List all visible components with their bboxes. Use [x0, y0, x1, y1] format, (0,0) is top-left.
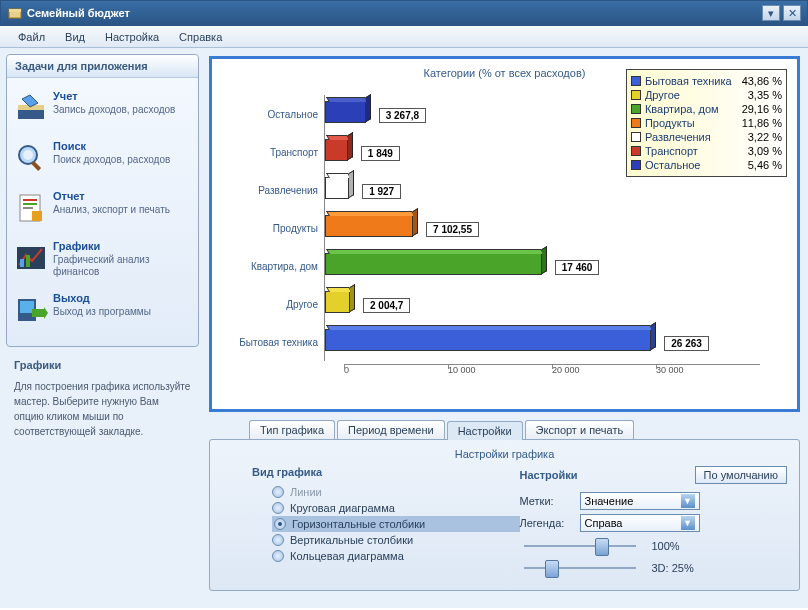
sidebar-item-poisk[interactable]: ПоискПоиск доходов, расходов: [11, 136, 194, 186]
exit-icon: [13, 292, 49, 328]
svg-rect-9: [23, 203, 37, 205]
slider-value: 100%: [652, 540, 680, 552]
x-tick: 10 000: [448, 365, 552, 384]
tab-settings[interactable]: Настройки: [447, 421, 523, 440]
radio-pie[interactable]: Круговая диаграмма: [272, 500, 520, 516]
sidebar-item-label: Учет: [53, 90, 175, 102]
legend-row: Бытовая техника43,86 %: [631, 74, 782, 88]
sidebar-item-desc: Запись доходов, расходов: [53, 104, 175, 116]
label-legend: Легенда:: [520, 517, 580, 529]
radio-vbar[interactable]: Вертикальные столбики: [272, 532, 520, 548]
radio-lines[interactable]: Линии: [272, 484, 520, 500]
svg-rect-6: [31, 161, 41, 171]
bar-value: 1 927: [362, 184, 401, 199]
radio-hbar[interactable]: Горизонтальные столбики: [272, 516, 520, 532]
sidebar-item-label: Графики: [53, 240, 192, 252]
bar-label: Остальное: [232, 109, 324, 120]
label-metki: Метки:: [520, 495, 580, 507]
main-area: Категории (% от всех расходов) Бытовая т…: [205, 48, 808, 608]
default-button[interactable]: По умолчанию: [695, 466, 787, 484]
titlebar: Семейный бюджет ▾ ✕: [0, 0, 808, 26]
chart-plot: Остальное3 267,8 Транспорт1 849 Развлече…: [232, 95, 772, 390]
bar-value: 1 849: [361, 146, 400, 161]
sidebar-item-label: Поиск: [53, 140, 170, 152]
bar-label: Транспорт: [232, 147, 324, 158]
bar-label: Развлечения: [232, 185, 324, 196]
menu-settings[interactable]: Настройка: [95, 28, 169, 46]
tasks-panel: Задачи для приложения УчетЗапись доходов…: [6, 54, 199, 347]
svg-rect-1: [9, 9, 21, 12]
sidebar-item-desc: Поиск доходов, расходов: [53, 154, 170, 166]
search-icon: [13, 140, 49, 176]
bar-value: 7 102,55: [426, 222, 479, 237]
bar-label: Другое: [232, 299, 324, 310]
sidebar-item-label: Выход: [53, 292, 151, 304]
sidebar-item-otchet[interactable]: ОтчетАнализ, экспорт и печать: [11, 186, 194, 236]
slider-value: 3D: 25%: [652, 562, 694, 574]
menu-file[interactable]: Файл: [8, 28, 55, 46]
bar-label: Квартира, дом: [232, 261, 324, 272]
combo-labels[interactable]: Значение▼: [580, 492, 700, 510]
x-tick: 0: [344, 365, 448, 384]
bar-value: 2 004,7: [363, 298, 410, 313]
report-icon: [13, 190, 49, 226]
chart-card: Категории (% от всех расходов) Бытовая т…: [209, 56, 800, 412]
window-title: Семейный бюджет: [23, 7, 759, 19]
sidebar-item-vykhod[interactable]: ВыходВыход из программы: [11, 288, 194, 338]
bar-label: Бытовая техника: [232, 337, 324, 348]
chevron-down-icon: ▼: [681, 494, 695, 508]
slider-3d[interactable]: [520, 560, 640, 576]
svg-rect-8: [23, 199, 37, 201]
menubar: Файл Вид Настройка Справка: [0, 26, 808, 48]
tabstrip: Тип графика Период времени Настройки Экс…: [249, 420, 800, 439]
sidebar-item-label: Отчет: [53, 190, 170, 202]
settings-area: Тип графика Период времени Настройки Экс…: [209, 420, 800, 591]
sidebar-item-desc: Выход из программы: [53, 306, 151, 318]
svg-rect-10: [23, 207, 33, 209]
sidebar-item-grafiki[interactable]: ГрафикиГрафический анализ финансов: [11, 236, 194, 288]
slider-scale[interactable]: [520, 538, 640, 554]
ledger-icon: [13, 90, 49, 126]
tab-period[interactable]: Период времени: [337, 420, 445, 439]
svg-rect-13: [26, 255, 30, 267]
svg-rect-12: [20, 259, 24, 267]
x-tick: 30 000: [656, 365, 760, 384]
svg-rect-15: [20, 301, 34, 313]
svg-point-5: [23, 150, 33, 160]
col-settings-header: Настройки: [520, 469, 695, 481]
menu-help[interactable]: Справка: [169, 28, 232, 46]
svg-rect-2: [18, 109, 44, 119]
app-icon: [7, 5, 23, 21]
help-title: Графики: [14, 359, 191, 371]
charts-icon: [13, 240, 49, 276]
tab-export[interactable]: Экспорт и печать: [525, 420, 635, 439]
tasks-header: Задачи для приложения: [7, 55, 198, 78]
workspace: Задачи для приложения УчетЗапись доходов…: [0, 48, 808, 608]
bar-label: Продукты: [232, 223, 324, 234]
close-button[interactable]: ✕: [783, 5, 801, 21]
minimize-button[interactable]: ▾: [762, 5, 780, 21]
chevron-down-icon: ▼: [681, 516, 695, 530]
help-block: Графики Для построения графика используй…: [6, 347, 199, 447]
combo-legend[interactable]: Справа▼: [580, 514, 700, 532]
sidebar-item-desc: Анализ, экспорт и печать: [53, 204, 170, 216]
help-text: Для построения графика используйте масте…: [14, 379, 191, 439]
radio-ring[interactable]: Кольцевая диаграмма: [272, 548, 520, 564]
sidebar: Задачи для приложения УчетЗапись доходов…: [0, 48, 205, 608]
tab-body: Настройки графика Вид графика Линии Круг…: [209, 439, 800, 591]
sidebar-item-uchet[interactable]: УчетЗапись доходов, расходов: [11, 86, 194, 136]
x-tick: 20 000: [552, 365, 656, 384]
bar-value: 3 267,8: [379, 108, 426, 123]
col-type-header: Вид графика: [252, 466, 520, 478]
tab-type[interactable]: Тип графика: [249, 420, 335, 439]
bar-value: 26 263: [664, 336, 709, 351]
tab-title: Настройки графика: [222, 448, 787, 460]
sidebar-item-desc: Графический анализ финансов: [53, 254, 192, 278]
menu-view[interactable]: Вид: [55, 28, 95, 46]
x-axis: 0 10 000 20 000 30 000: [344, 364, 760, 384]
bar-value: 17 460: [555, 260, 600, 275]
